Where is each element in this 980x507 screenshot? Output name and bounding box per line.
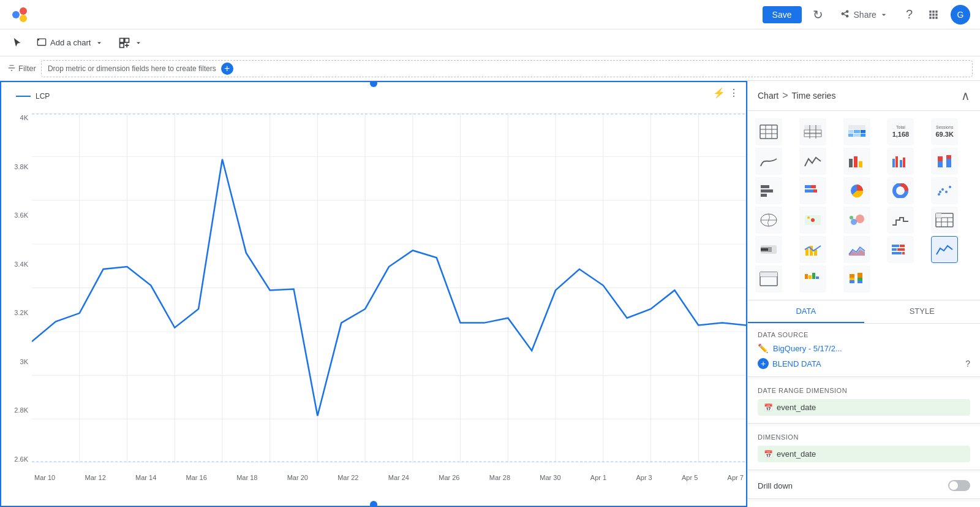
chart-type-combo[interactable] bbox=[799, 236, 826, 263]
chart-type-straight-line[interactable] bbox=[799, 148, 826, 175]
chart-type-time-series[interactable] bbox=[931, 236, 958, 263]
dimension-field-chip[interactable]: 📅 event_date bbox=[758, 446, 970, 462]
chart-resize-handle-top[interactable] bbox=[370, 81, 377, 87]
data-source-label: Data source bbox=[758, 331, 970, 338]
svg-point-78 bbox=[811, 218, 815, 222]
svg-rect-108 bbox=[850, 274, 854, 278]
chart-type-table-extra1[interactable] bbox=[755, 265, 782, 292]
svg-rect-55 bbox=[900, 160, 902, 167]
chart-resize-handle-bottom[interactable] bbox=[370, 501, 377, 507]
close-panel-button[interactable]: ∧ bbox=[961, 88, 970, 103]
svg-rect-6 bbox=[119, 43, 124, 47]
chart-type-bar-horizontal-stacked[interactable] bbox=[799, 177, 826, 204]
svg-point-70 bbox=[938, 193, 940, 196]
add-filter-button[interactable]: + bbox=[221, 63, 233, 75]
date-range-field-chip[interactable]: 📅 event_date bbox=[758, 399, 970, 416]
svg-point-71 bbox=[941, 188, 944, 191]
chart-legend: LCP bbox=[16, 92, 50, 101]
svg-rect-39 bbox=[804, 130, 821, 133]
svg-point-0 bbox=[12, 11, 20, 18]
cursor-tool-button[interactable] bbox=[7, 34, 27, 51]
chart-type-table-heat[interactable] bbox=[843, 118, 870, 145]
svg-point-1 bbox=[20, 7, 27, 15]
chart-type-scorecard-sessions[interactable]: Sessions 69.3K bbox=[931, 118, 958, 145]
chart-type-bar-multi[interactable] bbox=[887, 148, 914, 175]
filter-drop-area[interactable]: Drop metric or dimension fields here to … bbox=[41, 60, 973, 77]
svg-point-82 bbox=[850, 216, 853, 219]
chart-area: LCP ⚡ ⋮ 4K 3.8K 3.6K 3.4K 3.2K 3K 2.8K 2… bbox=[0, 81, 747, 507]
chart-type-area-multi[interactable] bbox=[843, 236, 870, 263]
chart-type-area-stepped[interactable] bbox=[887, 207, 914, 234]
svg-rect-112 bbox=[858, 278, 862, 281]
chart-type-smooth-line[interactable] bbox=[755, 148, 782, 175]
share-button[interactable]: Share bbox=[834, 6, 895, 24]
filter-bar: Filter Drop metric or dimension fields h… bbox=[0, 56, 980, 81]
svg-rect-64 bbox=[805, 185, 811, 188]
svg-rect-44 bbox=[848, 130, 853, 133]
drill-down-toggle[interactable] bbox=[948, 480, 970, 491]
chart-type-stacked-color[interactable] bbox=[843, 265, 870, 292]
svg-rect-54 bbox=[895, 156, 898, 167]
refresh-button[interactable]: ↻ bbox=[809, 4, 827, 26]
blend-icon: + bbox=[758, 358, 769, 369]
svg-rect-99 bbox=[892, 252, 902, 254]
calendar-icon-2: 📅 bbox=[764, 450, 773, 459]
apps-button[interactable] bbox=[924, 5, 943, 25]
svg-rect-43 bbox=[848, 125, 865, 129]
svg-rect-107 bbox=[816, 276, 819, 279]
y-axis-labels: 4K 3.8K 3.6K 3.4K 3.2K 3K 2.8K 2.6K bbox=[1, 113, 32, 463]
svg-point-81 bbox=[856, 215, 864, 223]
tab-data[interactable]: DATA bbox=[748, 300, 864, 323]
chart-type-segment-bars[interactable] bbox=[887, 236, 914, 263]
save-button[interactable]: Save bbox=[763, 6, 802, 23]
chart-type-bar-horizontal[interactable] bbox=[755, 177, 782, 204]
data-source-name[interactable]: BigQuery - 5/17/2... bbox=[773, 344, 842, 353]
svg-rect-100 bbox=[902, 252, 905, 254]
chart-type-pivot-table[interactable] bbox=[931, 207, 958, 234]
svg-rect-51 bbox=[854, 156, 858, 167]
chart-svg-container: 4K 3.8K 3.6K 3.4K 3.2K 3K 2.8K 2.6K bbox=[1, 113, 746, 481]
filter-label: Filter bbox=[7, 64, 36, 73]
lightning-icon[interactable]: ⚡ bbox=[713, 87, 725, 99]
help-button[interactable]: ? bbox=[902, 4, 916, 25]
tab-style[interactable]: STYLE bbox=[864, 300, 981, 323]
svg-rect-61 bbox=[761, 185, 769, 188]
svg-point-79 bbox=[807, 216, 810, 219]
svg-point-73 bbox=[949, 186, 951, 188]
panel-header: Chart > Time series ∧ bbox=[748, 81, 980, 111]
chart-type-table-simple[interactable] bbox=[755, 118, 782, 145]
avatar[interactable]: G bbox=[951, 5, 970, 25]
add-chart-button[interactable]: Add a chart bbox=[32, 34, 108, 51]
svg-point-2 bbox=[20, 15, 27, 22]
chart-type-bar[interactable] bbox=[843, 148, 870, 175]
chart-type-bar-stacked[interactable] bbox=[931, 148, 958, 175]
chart-type-scorecard-total[interactable]: Total 1,168 bbox=[887, 118, 914, 145]
chart-type-bullet[interactable] bbox=[755, 236, 782, 263]
svg-rect-66 bbox=[805, 189, 813, 193]
x-axis-labels: Mar 10 Mar 12 Mar 14 Mar 16 Mar 18 Mar 2… bbox=[32, 474, 746, 481]
svg-rect-103 bbox=[760, 272, 777, 276]
svg-rect-45 bbox=[854, 130, 860, 133]
chart-type-scatter[interactable] bbox=[931, 177, 958, 204]
blend-data-button[interactable]: + BLEND DATA ? bbox=[758, 358, 970, 369]
breakdown-dimension-section: Breakdown Dimension RBC metric_name bbox=[748, 501, 980, 507]
svg-rect-5 bbox=[124, 38, 129, 42]
svg-rect-63 bbox=[761, 194, 767, 197]
add-element-button[interactable] bbox=[113, 33, 148, 53]
help-icon[interactable]: ? bbox=[965, 359, 970, 368]
chart-type-color-bar[interactable] bbox=[799, 265, 826, 292]
chart-type-geo-1[interactable] bbox=[755, 207, 782, 234]
svg-rect-111 bbox=[858, 273, 862, 278]
chart-type-geo-2[interactable] bbox=[799, 207, 826, 234]
chart-type-pie[interactable] bbox=[843, 177, 870, 204]
svg-rect-110 bbox=[850, 280, 854, 283]
chart-type-grid: Total 1,168 Sessions 69.3K bbox=[748, 111, 980, 300]
chart-type-table-full[interactable] bbox=[799, 118, 826, 145]
chart-type-donut[interactable] bbox=[887, 177, 914, 204]
more-options-icon[interactable]: ⋮ bbox=[729, 87, 739, 99]
svg-rect-113 bbox=[858, 281, 862, 283]
svg-rect-57 bbox=[938, 161, 943, 167]
svg-rect-88 bbox=[936, 213, 941, 218]
svg-rect-62 bbox=[761, 189, 773, 193]
chart-type-bubble[interactable] bbox=[843, 207, 870, 234]
